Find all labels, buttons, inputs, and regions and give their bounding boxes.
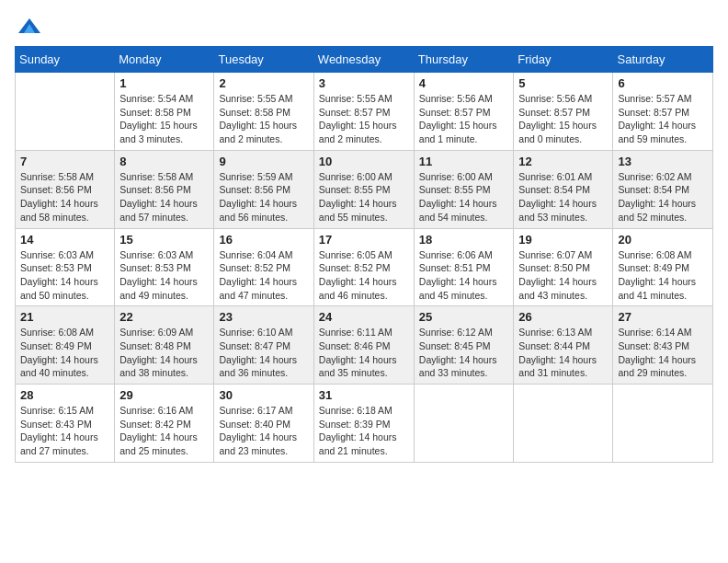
- calendar-cell: [613, 385, 713, 463]
- day-info: Sunrise: 6:00 AM Sunset: 8:55 PM Dayligh…: [319, 170, 409, 224]
- calendar-cell: 18Sunrise: 6:06 AM Sunset: 8:51 PM Dayli…: [414, 228, 514, 306]
- day-info: Sunrise: 6:01 AM Sunset: 8:54 PM Dayligh…: [518, 170, 608, 224]
- day-number: 25: [419, 310, 509, 324]
- day-info: Sunrise: 6:10 AM Sunset: 8:47 PM Dayligh…: [219, 326, 308, 380]
- day-info: Sunrise: 6:02 AM Sunset: 8:54 PM Dayligh…: [618, 170, 708, 224]
- day-info: Sunrise: 6:05 AM Sunset: 8:52 PM Dayligh…: [319, 248, 409, 303]
- calendar-cell: 20Sunrise: 6:08 AM Sunset: 8:49 PM Dayli…: [613, 228, 713, 306]
- day-number: 20: [618, 233, 708, 247]
- day-info: Sunrise: 6:15 AM Sunset: 8:43 PM Dayligh…: [20, 404, 109, 458]
- day-info: Sunrise: 6:04 AM Sunset: 8:52 PM Dayligh…: [219, 248, 308, 303]
- calendar-cell: 21Sunrise: 6:08 AM Sunset: 8:49 PM Dayli…: [16, 306, 115, 385]
- calendar-cell: 9Sunrise: 5:59 AM Sunset: 8:56 PM Daylig…: [214, 150, 313, 228]
- day-info: Sunrise: 6:14 AM Sunset: 8:43 PM Dayligh…: [618, 326, 708, 380]
- weekday-header-row: SundayMondayTuesdayWednesdayThursdayFrid…: [16, 47, 713, 73]
- day-info: Sunrise: 5:57 AM Sunset: 8:57 PM Dayligh…: [618, 92, 708, 146]
- calendar-cell: 12Sunrise: 6:01 AM Sunset: 8:54 PM Dayli…: [514, 150, 613, 228]
- calendar-cell: 1Sunrise: 5:54 AM Sunset: 8:58 PM Daylig…: [115, 73, 214, 151]
- calendar-cell: [514, 385, 613, 463]
- calendar-cell: 25Sunrise: 6:12 AM Sunset: 8:45 PM Dayli…: [414, 306, 514, 385]
- calendar-cell: 16Sunrise: 6:04 AM Sunset: 8:52 PM Dayli…: [214, 228, 313, 306]
- calendar-cell: 4Sunrise: 5:56 AM Sunset: 8:57 PM Daylig…: [414, 73, 514, 151]
- day-number: 8: [119, 155, 209, 168]
- calendar-cell: 8Sunrise: 5:58 AM Sunset: 8:56 PM Daylig…: [115, 150, 214, 228]
- day-number: 1: [119, 76, 209, 90]
- calendar-cell: 24Sunrise: 6:11 AM Sunset: 8:46 PM Dayli…: [313, 306, 414, 385]
- calendar-cell: 2Sunrise: 5:55 AM Sunset: 8:58 PM Daylig…: [214, 73, 313, 151]
- day-info: Sunrise: 5:55 AM Sunset: 8:58 PM Dayligh…: [219, 92, 308, 146]
- day-number: 15: [119, 233, 209, 247]
- weekday-header-thursday: Thursday: [414, 47, 514, 73]
- calendar-cell: 31Sunrise: 6:18 AM Sunset: 8:39 PM Dayli…: [313, 385, 414, 463]
- calendar-cell: 28Sunrise: 6:15 AM Sunset: 8:43 PM Dayli…: [16, 385, 115, 463]
- day-number: 4: [419, 76, 509, 90]
- day-number: 24: [319, 310, 409, 324]
- day-info: Sunrise: 6:06 AM Sunset: 8:51 PM Dayligh…: [419, 248, 509, 303]
- week-row-4: 21Sunrise: 6:08 AM Sunset: 8:49 PM Dayli…: [16, 306, 713, 385]
- day-number: 19: [518, 233, 608, 247]
- day-info: Sunrise: 5:54 AM Sunset: 8:58 PM Dayligh…: [119, 92, 209, 146]
- day-info: Sunrise: 6:12 AM Sunset: 8:45 PM Dayligh…: [419, 326, 509, 380]
- weekday-header-monday: Monday: [115, 47, 214, 73]
- day-number: 10: [319, 155, 409, 168]
- weekday-header-tuesday: Tuesday: [214, 47, 313, 73]
- week-row-3: 14Sunrise: 6:03 AM Sunset: 8:53 PM Dayli…: [16, 228, 713, 306]
- calendar-cell: [16, 73, 115, 151]
- day-number: 7: [20, 155, 109, 168]
- day-info: Sunrise: 6:13 AM Sunset: 8:44 PM Dayligh…: [518, 326, 608, 380]
- calendar-cell: 17Sunrise: 6:05 AM Sunset: 8:52 PM Dayli…: [313, 228, 414, 306]
- day-number: 14: [20, 233, 109, 247]
- day-number: 13: [618, 155, 708, 168]
- calendar-cell: 13Sunrise: 6:02 AM Sunset: 8:54 PM Dayli…: [613, 150, 713, 228]
- day-number: 31: [319, 388, 409, 402]
- calendar-cell: 29Sunrise: 6:16 AM Sunset: 8:42 PM Dayli…: [115, 385, 214, 463]
- day-number: 23: [219, 310, 308, 324]
- day-number: 30: [219, 388, 308, 402]
- calendar-cell: 19Sunrise: 6:07 AM Sunset: 8:50 PM Dayli…: [514, 228, 613, 306]
- day-info: Sunrise: 5:59 AM Sunset: 8:56 PM Dayligh…: [219, 170, 308, 224]
- weekday-header-saturday: Saturday: [613, 47, 713, 73]
- week-row-5: 28Sunrise: 6:15 AM Sunset: 8:43 PM Dayli…: [16, 385, 713, 463]
- day-info: Sunrise: 6:03 AM Sunset: 8:53 PM Dayligh…: [20, 248, 109, 303]
- day-info: Sunrise: 5:56 AM Sunset: 8:57 PM Dayligh…: [518, 92, 608, 146]
- logo-icon: [17, 15, 42, 40]
- day-info: Sunrise: 5:56 AM Sunset: 8:57 PM Dayligh…: [419, 92, 509, 146]
- day-info: Sunrise: 6:03 AM Sunset: 8:53 PM Dayligh…: [119, 248, 209, 303]
- day-number: 28: [20, 388, 109, 402]
- weekday-header-friday: Friday: [514, 47, 613, 73]
- calendar-cell: 3Sunrise: 5:55 AM Sunset: 8:57 PM Daylig…: [313, 73, 414, 151]
- day-info: Sunrise: 5:58 AM Sunset: 8:56 PM Dayligh…: [119, 170, 209, 224]
- calendar-cell: 10Sunrise: 6:00 AM Sunset: 8:55 PM Dayli…: [313, 150, 414, 228]
- day-info: Sunrise: 6:08 AM Sunset: 8:49 PM Dayligh…: [20, 326, 109, 380]
- day-info: Sunrise: 6:11 AM Sunset: 8:46 PM Dayligh…: [319, 326, 409, 380]
- weekday-header-wednesday: Wednesday: [313, 47, 414, 73]
- calendar-cell: 15Sunrise: 6:03 AM Sunset: 8:53 PM Dayli…: [115, 228, 214, 306]
- day-number: 22: [119, 310, 209, 324]
- day-number: 5: [518, 76, 608, 90]
- logo: [15, 15, 42, 37]
- calendar-cell: 27Sunrise: 6:14 AM Sunset: 8:43 PM Dayli…: [613, 306, 713, 385]
- day-number: 3: [319, 76, 409, 90]
- calendar-cell: 30Sunrise: 6:17 AM Sunset: 8:40 PM Dayli…: [214, 385, 313, 463]
- day-number: 29: [119, 388, 209, 402]
- calendar-cell: 26Sunrise: 6:13 AM Sunset: 8:44 PM Dayli…: [514, 306, 613, 385]
- calendar-cell: [414, 385, 514, 463]
- day-info: Sunrise: 6:16 AM Sunset: 8:42 PM Dayligh…: [119, 404, 209, 458]
- day-number: 11: [419, 155, 509, 168]
- calendar-cell: 6Sunrise: 5:57 AM Sunset: 8:57 PM Daylig…: [613, 73, 713, 151]
- week-row-2: 7Sunrise: 5:58 AM Sunset: 8:56 PM Daylig…: [16, 150, 713, 228]
- day-info: Sunrise: 6:17 AM Sunset: 8:40 PM Dayligh…: [219, 404, 308, 458]
- day-number: 17: [319, 233, 409, 247]
- calendar: SundayMondayTuesdayWednesdayThursdayFrid…: [15, 46, 713, 463]
- day-number: 12: [518, 155, 608, 168]
- day-info: Sunrise: 6:09 AM Sunset: 8:48 PM Dayligh…: [119, 326, 209, 380]
- calendar-cell: 5Sunrise: 5:56 AM Sunset: 8:57 PM Daylig…: [514, 73, 613, 151]
- day-info: Sunrise: 6:07 AM Sunset: 8:50 PM Dayligh…: [518, 248, 608, 303]
- calendar-cell: 7Sunrise: 5:58 AM Sunset: 8:56 PM Daylig…: [16, 150, 115, 228]
- page-header: [15, 15, 713, 37]
- day-number: 27: [618, 310, 708, 324]
- calendar-cell: 23Sunrise: 6:10 AM Sunset: 8:47 PM Dayli…: [214, 306, 313, 385]
- day-number: 16: [219, 233, 308, 247]
- day-number: 18: [419, 233, 509, 247]
- day-number: 26: [518, 310, 608, 324]
